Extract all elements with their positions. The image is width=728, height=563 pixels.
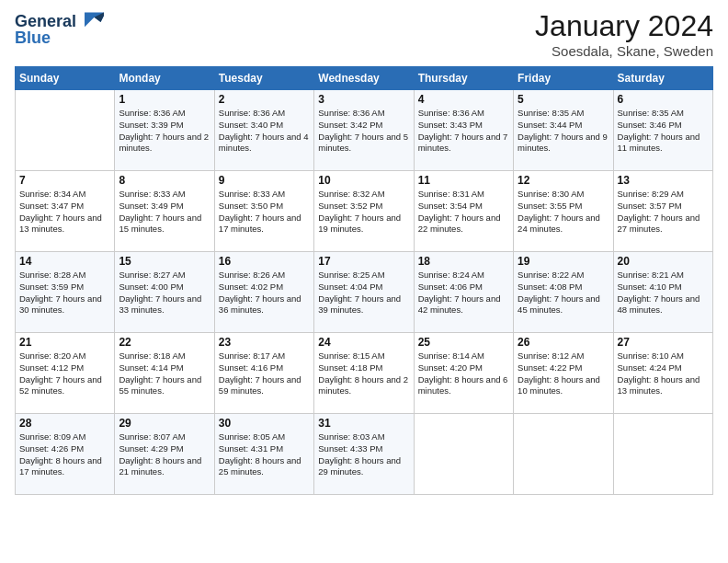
calendar-cell: 20 Sunrise: 8:21 AM Sunset: 4:10 PM Dayl… (613, 252, 712, 333)
cell-sunrise: Sunrise: 8:30 AM (518, 189, 584, 199)
calendar-week-5: 28 Sunrise: 8:09 AM Sunset: 4:26 PM Dayl… (16, 414, 713, 495)
calendar-cell: 7 Sunrise: 8:34 AM Sunset: 3:47 PM Dayli… (16, 171, 115, 252)
logo: General Blue (15, 9, 104, 48)
cell-sunrise: Sunrise: 8:33 AM (219, 189, 285, 199)
calendar-cell (514, 414, 613, 495)
calendar-cell: 5 Sunrise: 8:35 AM Sunset: 3:44 PM Dayli… (514, 90, 613, 171)
calendar-cell: 8 Sunrise: 8:33 AM Sunset: 3:49 PM Dayli… (115, 171, 214, 252)
cell-daylight: Daylight: 7 hours and 36 minutes. (219, 293, 301, 316)
day-number: 24 (318, 336, 409, 349)
cell-daylight: Daylight: 7 hours and 27 minutes. (618, 213, 700, 235)
cell-sunrise: Sunrise: 8:17 AM (219, 350, 285, 361)
calendar-cell: 17 Sunrise: 8:25 AM Sunset: 4:04 PM Dayl… (314, 252, 414, 333)
day-number: 5 (518, 93, 609, 106)
cell-daylight: Daylight: 7 hours and 52 minutes. (19, 374, 102, 396)
cell-sunrise: Sunrise: 8:22 AM (518, 270, 584, 280)
cell-daylight: Daylight: 7 hours and 33 minutes. (119, 293, 201, 316)
calendar-cell: 22 Sunrise: 8:18 AM Sunset: 4:14 PM Dayl… (115, 333, 214, 414)
col-wednesday: Wednesday (314, 67, 414, 90)
page: General Blue January 2024 Soesdala, Skan… (0, 0, 728, 563)
calendar-table: Sunday Monday Tuesday Wednesday Thursday… (15, 66, 713, 495)
cell-sunrise: Sunrise: 8:20 AM (19, 350, 85, 361)
cell-sunset: Sunset: 3:57 PM (618, 201, 682, 211)
calendar-cell: 23 Sunrise: 8:17 AM Sunset: 4:16 PM Dayl… (214, 333, 313, 414)
day-number: 7 (19, 174, 110, 187)
calendar-cell: 10 Sunrise: 8:32 AM Sunset: 3:52 PM Dayl… (314, 171, 414, 252)
calendar-cell: 12 Sunrise: 8:30 AM Sunset: 3:55 PM Dayl… (514, 171, 613, 252)
cell-daylight: Daylight: 8 hours and 13 minutes. (618, 374, 700, 396)
col-thursday: Thursday (414, 67, 513, 90)
cell-sunrise: Sunrise: 8:26 AM (219, 270, 285, 280)
logo-text-blue: Blue (15, 29, 51, 48)
day-number: 9 (219, 174, 310, 187)
day-number: 25 (418, 336, 509, 349)
cell-daylight: Daylight: 8 hours and 10 minutes. (518, 374, 600, 396)
day-number: 15 (119, 255, 210, 268)
cell-daylight: Daylight: 8 hours and 29 minutes. (318, 455, 401, 477)
calendar-cell: 26 Sunrise: 8:12 AM Sunset: 4:22 PM Dayl… (514, 333, 613, 414)
cell-sunrise: Sunrise: 8:34 AM (19, 189, 85, 199)
cell-sunset: Sunset: 4:29 PM (119, 443, 183, 454)
cell-daylight: Daylight: 7 hours and 9 minutes. (518, 132, 608, 154)
cell-sunrise: Sunrise: 8:35 AM (618, 108, 684, 118)
cell-daylight: Daylight: 8 hours and 6 minutes. (418, 374, 508, 396)
cell-sunrise: Sunrise: 8:09 AM (19, 431, 85, 442)
day-number: 29 (119, 417, 210, 430)
day-number: 12 (518, 174, 609, 187)
cell-sunset: Sunset: 4:12 PM (19, 362, 84, 373)
calendar-cell: 9 Sunrise: 8:33 AM Sunset: 3:50 PM Dayli… (214, 171, 313, 252)
calendar-cell: 24 Sunrise: 8:15 AM Sunset: 4:18 PM Dayl… (314, 333, 414, 414)
calendar-cell: 29 Sunrise: 8:07 AM Sunset: 4:29 PM Dayl… (115, 414, 214, 495)
cell-daylight: Daylight: 7 hours and 30 minutes. (19, 293, 102, 316)
cell-sunset: Sunset: 4:31 PM (219, 443, 283, 454)
cell-sunset: Sunset: 3:43 PM (418, 120, 483, 130)
col-saturday: Saturday (613, 67, 712, 90)
cell-sunrise: Sunrise: 8:07 AM (119, 431, 185, 442)
day-number: 1 (119, 93, 210, 106)
cell-sunset: Sunset: 4:24 PM (618, 362, 682, 373)
day-number: 16 (219, 255, 310, 268)
day-number: 11 (418, 174, 509, 187)
cell-sunset: Sunset: 3:47 PM (19, 201, 84, 211)
calendar-week-2: 7 Sunrise: 8:34 AM Sunset: 3:47 PM Dayli… (16, 171, 713, 252)
day-number: 19 (518, 255, 609, 268)
cell-sunrise: Sunrise: 8:03 AM (318, 431, 384, 442)
calendar-cell: 28 Sunrise: 8:09 AM Sunset: 4:26 PM Dayl… (16, 414, 115, 495)
cell-sunset: Sunset: 3:54 PM (418, 201, 483, 211)
cell-sunrise: Sunrise: 8:14 AM (418, 350, 484, 361)
header-row: Sunday Monday Tuesday Wednesday Thursday… (16, 67, 713, 90)
calendar-cell: 11 Sunrise: 8:31 AM Sunset: 3:54 PM Dayl… (414, 171, 513, 252)
cell-sunset: Sunset: 4:18 PM (318, 362, 382, 373)
cell-sunrise: Sunrise: 8:15 AM (318, 350, 384, 361)
cell-sunset: Sunset: 3:46 PM (618, 120, 682, 130)
day-number: 21 (19, 336, 110, 349)
cell-sunset: Sunset: 4:20 PM (418, 362, 483, 373)
cell-sunset: Sunset: 3:55 PM (518, 201, 582, 211)
cell-daylight: Daylight: 7 hours and 39 minutes. (318, 293, 401, 316)
calendar-cell: 1 Sunrise: 8:36 AM Sunset: 3:39 PM Dayli… (115, 90, 214, 171)
cell-sunset: Sunset: 4:02 PM (219, 282, 283, 292)
cell-sunset: Sunset: 3:50 PM (219, 201, 283, 211)
cell-sunset: Sunset: 4:06 PM (418, 282, 483, 292)
cell-sunrise: Sunrise: 8:18 AM (119, 350, 185, 361)
cell-daylight: Daylight: 7 hours and 59 minutes. (219, 374, 301, 396)
header: General Blue January 2024 Soesdala, Skan… (15, 9, 713, 59)
day-number: 10 (318, 174, 409, 187)
cell-sunset: Sunset: 3:49 PM (119, 201, 183, 211)
calendar-cell: 31 Sunrise: 8:03 AM Sunset: 4:33 PM Dayl… (314, 414, 414, 495)
calendar-cell: 27 Sunrise: 8:10 AM Sunset: 4:24 PM Dayl… (613, 333, 712, 414)
cell-sunset: Sunset: 3:39 PM (119, 120, 183, 130)
calendar-cell: 30 Sunrise: 8:05 AM Sunset: 4:31 PM Dayl… (214, 414, 313, 495)
calendar-cell: 19 Sunrise: 8:22 AM Sunset: 4:08 PM Dayl… (514, 252, 613, 333)
day-number: 2 (219, 93, 310, 106)
calendar-week-3: 14 Sunrise: 8:28 AM Sunset: 3:59 PM Dayl… (16, 252, 713, 333)
calendar-cell: 25 Sunrise: 8:14 AM Sunset: 4:20 PM Dayl… (414, 333, 513, 414)
cell-sunrise: Sunrise: 8:31 AM (418, 189, 484, 199)
cell-daylight: Daylight: 7 hours and 22 minutes. (418, 213, 501, 235)
cell-daylight: Daylight: 8 hours and 25 minutes. (219, 455, 301, 477)
calendar-cell (414, 414, 513, 495)
day-number: 30 (219, 417, 310, 430)
calendar-cell: 4 Sunrise: 8:36 AM Sunset: 3:43 PM Dayli… (414, 90, 513, 171)
cell-sunset: Sunset: 4:16 PM (219, 362, 283, 373)
cell-sunrise: Sunrise: 8:27 AM (119, 270, 185, 280)
